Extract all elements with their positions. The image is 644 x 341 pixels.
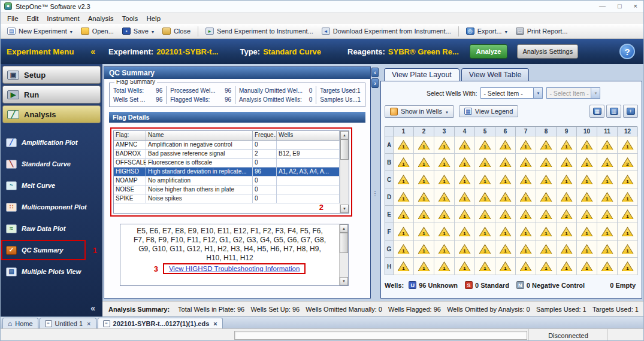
well-G9[interactable]: 1 (557, 240, 577, 258)
well-G5[interactable]: 1 (475, 240, 495, 258)
well-D12[interactable]: 1 (618, 188, 638, 206)
well-A4[interactable]: 1 (455, 136, 475, 154)
well-H1[interactable]: 1 (394, 258, 414, 275)
plate-column-header-1[interactable]: 1 (394, 127, 414, 136)
well-C11[interactable]: 1 (597, 171, 618, 188)
well-C8[interactable]: 1 (536, 171, 557, 188)
pan-view-button[interactable]: + (623, 105, 638, 118)
maximize-button[interactable]: □ (618, 3, 622, 10)
well-A10[interactable]: 1 (577, 136, 597, 154)
plate-column-header-4[interactable]: 4 (455, 127, 475, 136)
well-D7[interactable]: 1 (516, 188, 536, 206)
sidebar-item-standard-curve[interactable]: ╲Standard Curve (1, 153, 102, 175)
well-E3[interactable]: 1 (434, 206, 455, 223)
plate-row-header-H[interactable]: H (385, 258, 394, 275)
plate-row-header-C[interactable]: C (385, 171, 394, 188)
flag-table-column-header[interactable]: Freque... (253, 131, 277, 141)
well-G10[interactable]: 1 (577, 240, 597, 258)
well-D1[interactable]: 1 (394, 188, 414, 206)
well-E10[interactable]: 1 (577, 206, 597, 223)
well-B6[interactable]: 1 (495, 154, 516, 171)
scroll-up-icon[interactable] (340, 131, 349, 139)
well-D2[interactable]: 1 (414, 188, 434, 206)
analyze-button[interactable]: Analyze (470, 44, 508, 59)
well-G11[interactable]: 1 (597, 240, 618, 258)
well-F8[interactable]: 1 (536, 223, 557, 240)
well-G7[interactable]: 1 (516, 240, 536, 258)
well-A8[interactable]: 1 (536, 136, 557, 154)
plate-row-header-A[interactable]: A (385, 136, 394, 154)
flag-table-row-spike[interactable]: SPIKENoise spikes0 (114, 194, 340, 203)
sidebar-button-run[interactable]: ▶Run (2, 86, 101, 103)
well-B4[interactable]: 1 (455, 154, 475, 171)
flag-table-row-noamp[interactable]: NOAMPNo amplification0 (114, 176, 340, 185)
sidebar-item-raw-data-plot[interactable]: ≈Raw Data Plot (1, 218, 102, 239)
well-E12[interactable]: 1 (618, 206, 638, 223)
well-D8[interactable]: 1 (536, 188, 557, 206)
analysis-settings-button[interactable]: Analysis Settings (517, 44, 578, 59)
select-wells-combo-2[interactable]: - Select Item - (546, 87, 600, 99)
well-D11[interactable]: 1 (597, 188, 618, 206)
well-B9[interactable]: 1 (557, 154, 577, 171)
well-C3[interactable]: 1 (434, 171, 455, 188)
sidebar-item-melt-curve[interactable]: ~Melt Curve (1, 175, 102, 196)
well-E6[interactable]: 1 (495, 206, 516, 223)
well-B7[interactable]: 1 (516, 154, 536, 171)
show-well-table-button[interactable]: ▥ (606, 105, 621, 118)
well-E7[interactable]: 1 (516, 206, 536, 223)
well-A11[interactable]: 1 (597, 136, 618, 154)
well-E2[interactable]: 1 (414, 206, 434, 223)
well-B8[interactable]: 1 (536, 154, 557, 171)
well-G6[interactable]: 1 (495, 240, 516, 258)
tab-view-well-table[interactable]: View Well Table (461, 68, 530, 81)
plate-column-header-9[interactable]: 9 (557, 127, 577, 136)
well-C10[interactable]: 1 (577, 171, 597, 188)
well-G4[interactable]: 1 (455, 240, 475, 258)
well-F12[interactable]: 1 (618, 223, 638, 240)
menu-item-instrument[interactable]: Instrument (43, 14, 83, 23)
well-F5[interactable]: 1 (475, 223, 495, 240)
plate-row-header-B[interactable]: B (385, 154, 394, 171)
open-button[interactable]: Open... (77, 26, 117, 36)
plate-column-header-8[interactable]: 8 (536, 127, 557, 136)
print-report-button[interactable]: ▭Print Report... (512, 26, 572, 36)
panel-splitter[interactable] (371, 66, 379, 299)
scroll-thumb[interactable] (340, 233, 348, 253)
well-C6[interactable]: 1 (495, 171, 516, 188)
download-experiment-button[interactable]: ◂Download Experiment from Instrument... (318, 26, 455, 36)
plate-column-header-3[interactable]: 3 (434, 127, 455, 136)
sidebar-item-multicomponent-plot[interactable]: ∷Multicomponent Plot (1, 196, 102, 218)
flag-table-column-header[interactable]: Flag: (114, 131, 146, 141)
well-H8[interactable]: 1 (536, 258, 557, 275)
new-experiment-button[interactable]: ▤New Experiment (4, 26, 76, 36)
show-plate-grid-button[interactable]: ▦ (589, 105, 604, 118)
sidebar-button-setup[interactable]: ▣Setup (2, 66, 101, 84)
well-D6[interactable]: 1 (495, 188, 516, 206)
well-F1[interactable]: 1 (394, 223, 414, 240)
save-button[interactable]: ▪Save (119, 26, 158, 36)
well-D9[interactable]: 1 (557, 188, 577, 206)
view-legend-button[interactable]: ▦ View Legend (459, 105, 518, 117)
select-wells-combo-1[interactable]: - Select Item - (480, 87, 543, 99)
well-A12[interactable]: 1 (618, 136, 638, 154)
well-F9[interactable]: 1 (557, 223, 577, 240)
well-H2[interactable]: 1 (414, 258, 434, 275)
tab-close-icon[interactable] (86, 320, 90, 327)
scroll-thumb[interactable] (340, 139, 349, 160)
well-C4[interactable]: 1 (455, 171, 475, 188)
well-B11[interactable]: 1 (597, 154, 618, 171)
scroll-down-icon[interactable] (340, 277, 348, 285)
plate-row-header-D[interactable]: D (385, 188, 394, 206)
well-G12[interactable]: 1 (618, 240, 638, 258)
well-A9[interactable]: 1 (557, 136, 577, 154)
well-D3[interactable]: 1 (434, 188, 455, 206)
well-H11[interactable]: 1 (597, 258, 618, 275)
scroll-down-icon[interactable] (340, 205, 349, 213)
plate-column-header-7[interactable]: 7 (516, 127, 536, 136)
well-A5[interactable]: 1 (475, 136, 495, 154)
close-button[interactable]: × (634, 3, 637, 10)
well-A7[interactable]: 1 (516, 136, 536, 154)
well-C1[interactable]: 1 (394, 171, 414, 188)
menu-item-edit[interactable]: Edit (23, 14, 43, 23)
show-in-wells-button[interactable]: Show in Wells (385, 105, 454, 118)
